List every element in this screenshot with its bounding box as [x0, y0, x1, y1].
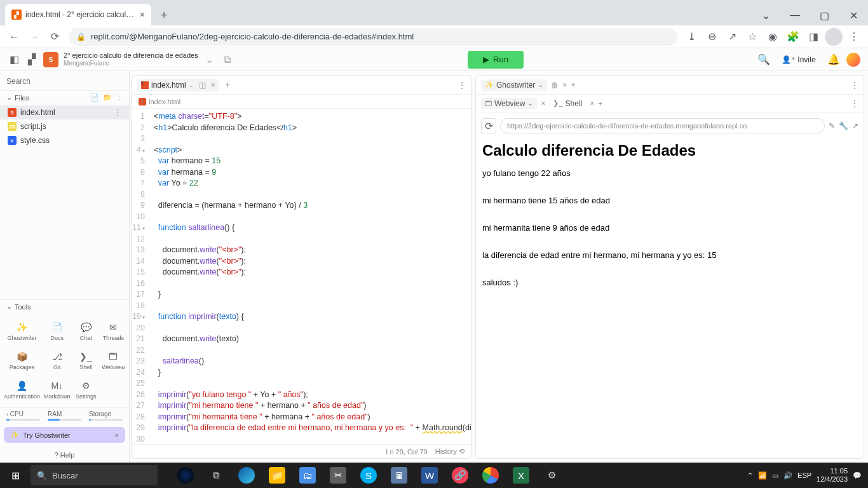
profile-avatar[interactable] [825, 28, 843, 46]
close-icon[interactable]: × [541, 99, 545, 108]
open-new-icon[interactable]: ↗ [852, 121, 858, 130]
search-input[interactable] [6, 77, 123, 86]
address-bar[interactable]: 🔒 replit.com/@MenganoFulano/2deg-ejercic… [69, 28, 677, 46]
settings-icon[interactable]: ⚙ [536, 463, 567, 488]
install-icon[interactable]: ⤓ [682, 28, 700, 46]
search-icon[interactable]: 🔍 [757, 53, 770, 65]
chrome-icon[interactable] [475, 463, 506, 488]
sidebar-toggle-icon[interactable]: ◧ [8, 53, 20, 66]
tool-markdown[interactable]: M↓Markdown [43, 376, 72, 403]
notifications-icon[interactable]: 💬 [853, 471, 862, 480]
split-icon[interactable]: ◫ [199, 81, 206, 90]
run-button[interactable]: ▶ Run [468, 51, 524, 69]
word-icon[interactable]: W [414, 463, 445, 488]
add-tab-button[interactable]: + [222, 81, 234, 90]
cortana-icon[interactable] [170, 463, 201, 488]
bookmark-icon[interactable]: ☆ [743, 28, 761, 46]
wifi-icon[interactable]: 📶 [758, 471, 767, 480]
ghostwriter-banner[interactable]: ✨ Try Ghostwriter × [4, 427, 125, 443]
browser-tab[interactable]: ▞ index.html - 2° ejercicio calculo d × [5, 4, 151, 25]
webview-url-input[interactable]: https://2deg-ejercicio-calculo-de-difere… [500, 118, 825, 133]
sidepanel-icon[interactable]: ◨ [804, 28, 822, 46]
tool-webview[interactable]: 🗔Webview [100, 346, 126, 374]
menu-icon[interactable]: ⋮ [851, 99, 858, 108]
tool-settings[interactable]: ⚙Settings [73, 376, 99, 403]
edit-icon[interactable]: ✎ [829, 121, 835, 130]
sidebar-search[interactable] [0, 71, 129, 90]
tool-authentication[interactable]: 👤Authentication [3, 376, 41, 403]
edge-icon[interactable] [231, 463, 262, 488]
reload-button[interactable]: ⟳ [46, 28, 64, 46]
tab-close-icon[interactable]: × [140, 10, 145, 20]
extensions-icon[interactable]: 🧩 [784, 28, 802, 46]
repl-chevron-icon[interactable]: ⌄ [203, 53, 216, 66]
close-icon[interactable]: × [115, 431, 119, 439]
taskview-icon[interactable]: ⧉ [201, 463, 231, 488]
app-icon-2[interactable]: ✂ [323, 463, 353, 488]
start-button[interactable]: ⊞ [0, 463, 31, 488]
back-button[interactable]: ← [5, 28, 23, 46]
menu-icon[interactable]: ⋮ [845, 28, 863, 46]
explorer-icon[interactable]: 📁 [262, 463, 292, 488]
user-avatar[interactable] [846, 53, 860, 67]
link-icon[interactable]: ⧉ [221, 53, 234, 66]
tab-ghostwriter[interactable]: ✨ Ghostwriter ⌄ [481, 79, 547, 91]
tab-shell[interactable]: ❯_ Shell [549, 98, 586, 109]
tool-docs[interactable]: 📄Docs [43, 317, 72, 345]
close-icon[interactable]: × [211, 81, 215, 90]
add-tab-button[interactable]: + [598, 99, 602, 108]
tab-webview[interactable]: 🗔 Webview ⌄ [481, 98, 537, 109]
volume-icon[interactable]: 🔊 [783, 471, 792, 480]
file-item-style-css[interactable]: #style.css [0, 133, 129, 147]
file-item-index-html[interactable]: 5index.html⋮ [0, 105, 129, 119]
close-icon[interactable]: × [562, 81, 567, 90]
files-header[interactable]: ⌄ Files 📄 📁 ⋮ [0, 90, 129, 104]
app-icon-1[interactable]: 🗂 [292, 463, 323, 488]
chevron-down-icon[interactable]: ⌄ [189, 81, 194, 88]
share-icon[interactable]: ↗ [723, 28, 741, 46]
file-item-script-js[interactable]: JSscript.js [0, 119, 129, 133]
bell-icon[interactable]: 🔔 [827, 53, 840, 65]
code-editor[interactable]: 1234567891011121314151617181920212223242… [132, 109, 471, 444]
webview-reload-button[interactable]: ⟳ [481, 118, 496, 133]
maximize-icon[interactable]: ▢ [810, 5, 839, 25]
help-link[interactable]: ? Help [0, 447, 129, 463]
wrench-icon[interactable]: 🔧 [839, 121, 848, 130]
zoom-icon[interactable]: ⊖ [703, 28, 721, 46]
tool-ghostwriter[interactable]: ✨Ghostwriter [3, 317, 41, 345]
taskbar-search[interactable]: 🔍 Buscar [31, 465, 158, 485]
close-icon[interactable]: ✕ [839, 5, 868, 25]
new-folder-icon[interactable]: 📁 [103, 93, 112, 102]
tool-packages[interactable]: 📦Packages [3, 346, 41, 374]
history-button[interactable]: History ⟲ [435, 447, 465, 456]
tab-menu-icon[interactable]: ⋮ [458, 81, 466, 90]
clock[interactable]: 11:05 12/4/2023 [817, 467, 848, 484]
invite-button[interactable]: 👤⁺ Invite [776, 53, 821, 67]
replit-logo-icon[interactable]: ▞ [25, 53, 38, 66]
app-icon-3[interactable]: 🔗 [445, 463, 475, 488]
tools-header[interactable]: ⌄ Tools [0, 299, 129, 313]
calculator-icon[interactable]: 🖩 [384, 463, 414, 488]
close-icon[interactable]: × [590, 99, 594, 108]
forward-button[interactable]: → [25, 28, 43, 46]
minimize-icon[interactable]: — [780, 5, 810, 25]
tool-chat[interactable]: 💬Chat [73, 317, 99, 345]
extension-icon[interactable]: ◉ [764, 28, 782, 46]
skype-icon[interactable]: S [353, 463, 384, 488]
menu-icon[interactable]: ⋮ [851, 81, 858, 90]
excel-icon[interactable]: X [506, 463, 536, 488]
add-tab-button[interactable]: + [571, 81, 575, 90]
editor-tab-index[interactable]: 5 index.html ⌄ ◫ × [137, 79, 219, 92]
new-file-icon[interactable]: 📄 [90, 93, 99, 102]
tool-threads[interactable]: ✉Threads [100, 317, 126, 345]
tool-git[interactable]: ⎇Git [43, 346, 72, 374]
tool-shell[interactable]: ❯_Shell [73, 346, 99, 374]
new-tab-button[interactable]: + [155, 6, 173, 24]
more-icon[interactable]: ⋮ [116, 93, 123, 102]
trash-icon[interactable]: 🗑 [551, 81, 559, 90]
chevron-down-icon[interactable]: ⌄ [751, 5, 780, 25]
more-icon[interactable]: ⋮ [114, 108, 121, 117]
tray-chevron-icon[interactable]: ⌃ [747, 471, 753, 480]
language-indicator[interactable]: ESP [797, 471, 811, 479]
battery-icon[interactable]: ▭ [772, 471, 778, 480]
